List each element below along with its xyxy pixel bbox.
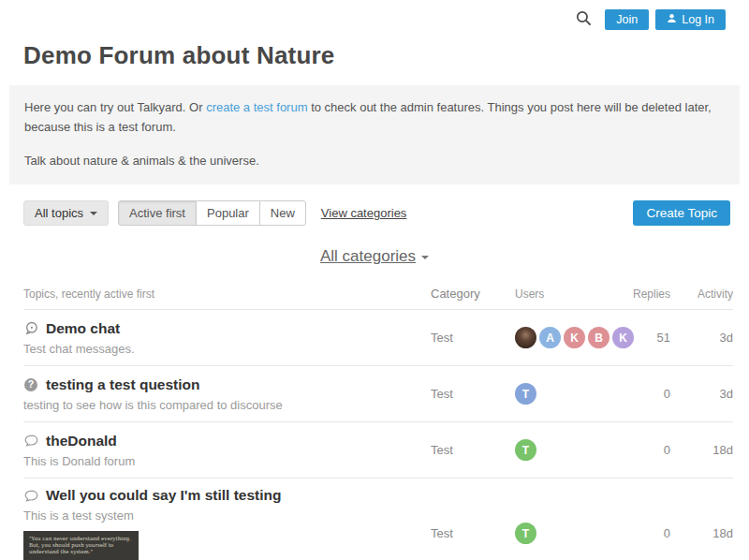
- avatar[interactable]: K: [564, 327, 585, 348]
- page-title: Demo Forum about Nature: [23, 41, 726, 70]
- avatar[interactable]: T: [515, 523, 536, 544]
- avatar[interactable]: T: [515, 383, 536, 405]
- topic-category[interactable]: Test: [431, 331, 515, 345]
- topic-excerpt: This is Donald forum: [23, 454, 431, 468]
- speech-bubble-icon: [23, 488, 38, 503]
- topic-replies-count: 51: [632, 331, 674, 345]
- topic-excerpt: This is a test system: [23, 508, 431, 523]
- all-topics-dropdown[interactable]: All topics: [23, 200, 109, 226]
- topic-row: theDonald This is Donald forum Test T 0 …: [23, 421, 733, 478]
- topic-row: Demo chat Test chat messages. Test A K B…: [23, 309, 733, 365]
- topic-replies-count: 0: [632, 526, 674, 540]
- question-glyph: ?: [24, 378, 37, 391]
- header-activity: Activity: [674, 287, 733, 301]
- header-users: Users: [515, 287, 632, 301]
- avatar[interactable]: K: [612, 327, 634, 348]
- topic-users: T: [515, 523, 632, 544]
- topic-title-link[interactable]: theDonald: [46, 433, 117, 449]
- topic-activity: 18d: [674, 526, 733, 540]
- header-topics: Topics, recently active first: [23, 287, 431, 301]
- topic-excerpt: testing to see how is this compared to d…: [23, 398, 431, 412]
- avatar[interactable]: T: [515, 439, 536, 461]
- intro-paragraph-1: Here you can try out Talkyard. Or create…: [24, 97, 725, 137]
- avatar[interactable]: [515, 327, 536, 348]
- join-button-label: Join: [616, 13, 638, 26]
- topic-title-link[interactable]: Demo chat: [46, 320, 120, 337]
- login-button-label: Log In: [682, 13, 714, 26]
- login-button[interactable]: Log In: [655, 9, 726, 30]
- topic-activity: 18d: [674, 443, 733, 457]
- topic-category[interactable]: Test: [431, 387, 515, 401]
- intro-box: Here you can try out Talkyard. Or create…: [9, 85, 740, 184]
- filter-bar: All topics Active first Popular New View…: [23, 200, 730, 226]
- sort-tabs: Active first Popular New: [118, 200, 306, 226]
- topic-users: A K B K: [515, 327, 632, 348]
- join-button[interactable]: Join: [605, 9, 649, 30]
- topic-activity: 3d: [674, 331, 733, 345]
- table-header: Topics, recently active first Category U…: [23, 287, 733, 309]
- topic-title-link[interactable]: testing a test question: [46, 376, 200, 393]
- chevron-down-icon: [421, 256, 429, 259]
- all-categories-label: All categories: [320, 247, 416, 265]
- topic-excerpt: Test chat messages.: [23, 342, 431, 356]
- topic-row: ? testing a test question testing to see…: [23, 365, 733, 421]
- topic-activity: 3d: [674, 387, 733, 401]
- topbar: Join Log In: [0, 0, 749, 30]
- chat-circle-icon: [23, 321, 38, 336]
- categories-selector: All categories: [0, 247, 749, 266]
- search-icon: [575, 9, 593, 30]
- search-button[interactable]: [575, 9, 593, 30]
- avatar[interactable]: B: [588, 327, 609, 348]
- all-topics-label: All topics: [35, 206, 83, 220]
- topic-title-link[interactable]: Well you could say I'm still testing: [46, 487, 281, 504]
- quote-text: "You can never understand everything. Bu…: [29, 536, 133, 555]
- topic-category[interactable]: Test: [431, 526, 515, 540]
- topic-replies-count: 0: [632, 443, 674, 457]
- intro-text: Here you can try out Talkyard. Or: [24, 100, 206, 114]
- view-categories-link[interactable]: View categories: [321, 206, 407, 220]
- tab-active-first[interactable]: Active first: [118, 200, 197, 226]
- forum-page: Join Log In Demo Forum about Nature Here…: [0, 0, 749, 560]
- tab-new[interactable]: New: [259, 200, 306, 226]
- speech-bubble-icon: [23, 434, 38, 449]
- topic-category[interactable]: Test: [431, 443, 515, 457]
- create-topic-button[interactable]: Create Topic: [633, 200, 730, 226]
- header-category: Category: [431, 287, 515, 301]
- header-replies: Replies: [632, 287, 674, 301]
- topic-row: Well you could say I'm still testing Thi…: [23, 478, 733, 560]
- intro-paragraph-2: Talk about nature & animals & the univer…: [24, 151, 725, 170]
- create-test-forum-link[interactable]: create a test forum: [206, 100, 307, 114]
- chevron-down-icon: [90, 212, 97, 215]
- avatar[interactable]: A: [539, 327, 561, 348]
- topic-users: T: [515, 439, 632, 461]
- question-icon: ?: [23, 377, 38, 392]
- tab-popular[interactable]: Popular: [196, 200, 260, 226]
- user-icon: [667, 13, 677, 26]
- all-categories-dropdown[interactable]: All categories: [320, 247, 416, 265]
- topic-table: Topics, recently active first Category U…: [23, 287, 733, 560]
- topic-preview-image: "You can never understand everything. Bu…: [23, 531, 139, 560]
- topic-users: T: [515, 383, 632, 405]
- topic-replies-count: 0: [632, 387, 674, 401]
